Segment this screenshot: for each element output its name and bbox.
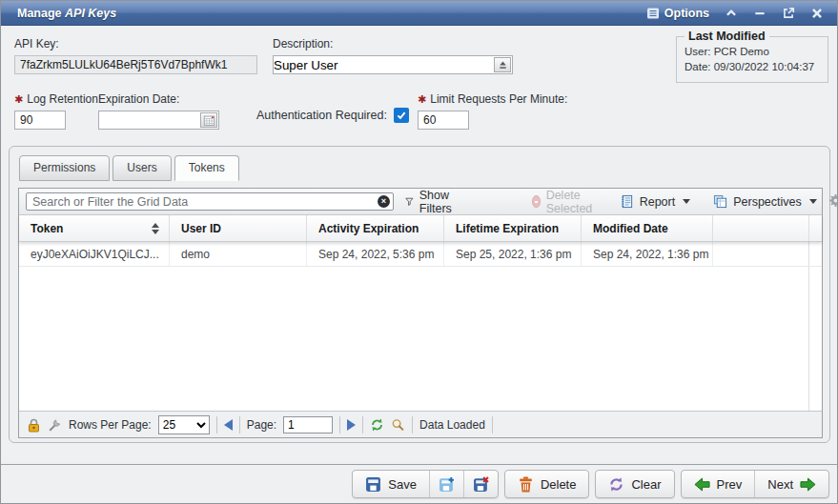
grid-settings-button[interactable] xyxy=(828,193,838,211)
chevron-down-icon xyxy=(683,199,690,204)
close-button[interactable] xyxy=(805,5,829,22)
last-modified-date: Date: 09/30/2022 10:04:37 xyxy=(685,59,820,74)
save-and-new-button[interactable] xyxy=(429,471,463,497)
column-header-user-id[interactable]: User ID xyxy=(170,215,307,241)
rows-per-page-label: Rows Per Page: xyxy=(69,418,152,432)
prev-button[interactable]: Prev xyxy=(682,471,755,497)
last-modified-box: Last Modified User: PCR Demo Date: 09/30… xyxy=(676,30,828,83)
arrow-right-icon xyxy=(800,476,816,493)
perspectives-button[interactable]: Perspectives xyxy=(709,192,821,211)
funnel-icon xyxy=(405,194,414,209)
cell-lifetime-expiration[interactable]: Sep 25, 2022, 1:36 pm xyxy=(444,242,582,266)
api-key-input[interactable] xyxy=(14,55,257,74)
report-button[interactable]: Report xyxy=(616,192,695,211)
grid-footer: Rows Per Page: 25 Page: Data Loaded xyxy=(19,411,822,437)
save-floppy-icon xyxy=(365,476,381,493)
tab-users[interactable]: Users xyxy=(112,155,171,181)
required-marker: ✱ xyxy=(14,93,23,105)
limit-requests-field-group: ✱Limit Requests Per Minute: xyxy=(418,92,567,130)
delete-button-group: Delete xyxy=(504,470,590,498)
clear-button[interactable]: Clear xyxy=(596,471,673,497)
page-number-input[interactable] xyxy=(283,416,333,433)
delete-selected-button[interactable]: Delete Selected xyxy=(528,187,601,217)
chevron-up-icon xyxy=(725,7,738,20)
next-button[interactable]: Next xyxy=(754,471,828,497)
clear-search-icon[interactable]: × xyxy=(378,195,390,208)
footer-separator xyxy=(492,416,493,433)
table-row[interactable]: eyJ0eXAiOiJKV1QiLCJ... demo Sep 24, 2022… xyxy=(19,242,822,267)
footer-separator xyxy=(412,416,413,433)
clear-button-group: Clear xyxy=(595,470,674,498)
rows-per-page-select[interactable]: 25 xyxy=(158,415,210,434)
save-and-close-floppy-x-icon xyxy=(473,476,489,493)
window-title: Manage API Keys xyxy=(17,7,116,20)
authentication-required-group: Authentication Required: xyxy=(256,106,409,125)
footer-separator xyxy=(239,416,240,433)
checkmark-icon xyxy=(396,110,407,121)
cell-user-id[interactable]: demo xyxy=(170,242,307,266)
tab-tokens[interactable]: Tokens xyxy=(174,155,239,181)
column-header-lifetime-expiration[interactable]: Lifetime Expiration xyxy=(444,215,582,241)
perspectives-icon xyxy=(713,194,727,209)
cell-activity-expiration[interactable]: Sep 24, 2022, 5:36 pm xyxy=(307,242,444,266)
expiration-date-input[interactable] xyxy=(99,111,195,129)
gear-icon xyxy=(828,193,838,208)
description-label: Description: xyxy=(273,37,513,50)
delete-button[interactable]: Delete xyxy=(505,471,589,497)
authentication-required-label: Authentication Required: xyxy=(256,109,387,122)
tab-panel: Permissions Users Tokens × Show Filters … xyxy=(9,146,830,443)
scrollbar-gutter xyxy=(808,242,822,266)
save-and-new-floppy-plus-icon xyxy=(439,476,455,493)
arrow-left-icon xyxy=(694,476,710,493)
collapse-button[interactable] xyxy=(719,5,744,22)
save-button-group: Save xyxy=(352,470,499,498)
last-modified-legend: Last Modified xyxy=(685,30,769,43)
scrollbar-gutter xyxy=(808,267,822,411)
minus-circle-icon xyxy=(532,195,541,208)
save-button[interactable]: Save xyxy=(353,471,429,497)
options-button[interactable]: Options xyxy=(641,5,715,22)
cell-empty xyxy=(713,242,808,266)
next-page-icon[interactable] xyxy=(347,419,356,431)
description-input[interactable] xyxy=(274,56,489,73)
column-header-empty xyxy=(713,215,808,241)
prev-next-button-group: Prev Next xyxy=(681,470,829,498)
expand-arrow-icon xyxy=(498,60,508,71)
save-and-close-button[interactable] xyxy=(463,471,498,497)
chevron-down-icon xyxy=(809,199,817,204)
authentication-required-checkbox[interactable] xyxy=(394,108,409,123)
sort-icon[interactable] xyxy=(152,223,163,234)
column-header-activity-expiration[interactable]: Activity Expiration xyxy=(307,215,444,241)
log-retention-input[interactable] xyxy=(14,111,66,130)
magnifier-icon[interactable] xyxy=(391,417,405,433)
clear-arrows-icon xyxy=(608,476,624,493)
grid-body-empty-area xyxy=(19,267,822,411)
cell-token[interactable]: eyJ0eXAiOiJKV1QiLCJ... xyxy=(19,242,170,266)
options-label: Options xyxy=(664,7,709,20)
tab-permissions[interactable]: Permissions xyxy=(19,155,110,181)
limit-requests-input[interactable] xyxy=(418,111,469,130)
close-icon xyxy=(810,7,824,20)
action-bar: Save Delete Clear Prev Next xyxy=(1,464,837,503)
minimize-button[interactable] xyxy=(747,5,772,22)
refresh-icon[interactable] xyxy=(370,417,384,433)
description-expand-button[interactable] xyxy=(494,57,511,72)
popout-button[interactable] xyxy=(776,5,801,22)
grid-toolbar: × Show Filters Delete Selected Report Pe… xyxy=(19,189,822,215)
column-header-modified-date[interactable]: Modified Date xyxy=(582,215,713,241)
show-filters-button[interactable]: Show Filters xyxy=(401,187,461,217)
trash-icon xyxy=(518,476,534,493)
grid-search-input[interactable] xyxy=(26,192,394,211)
wrench-icon[interactable] xyxy=(48,417,62,433)
cell-modified-date[interactable]: Sep 24, 2022, 1:36 pm xyxy=(582,242,713,266)
external-link-icon xyxy=(782,7,795,20)
footer-separator xyxy=(216,416,217,433)
tab-strip: Permissions Users Tokens xyxy=(19,155,239,181)
last-modified-user: User: PCR Demo xyxy=(685,44,820,59)
calendar-picker-button[interactable] xyxy=(200,112,217,128)
minimize-icon xyxy=(753,7,766,20)
previous-page-icon[interactable] xyxy=(224,419,233,431)
scrollbar-gutter xyxy=(808,215,822,241)
lock-icon[interactable] xyxy=(27,417,41,433)
column-header-token[interactable]: Token xyxy=(19,215,170,241)
